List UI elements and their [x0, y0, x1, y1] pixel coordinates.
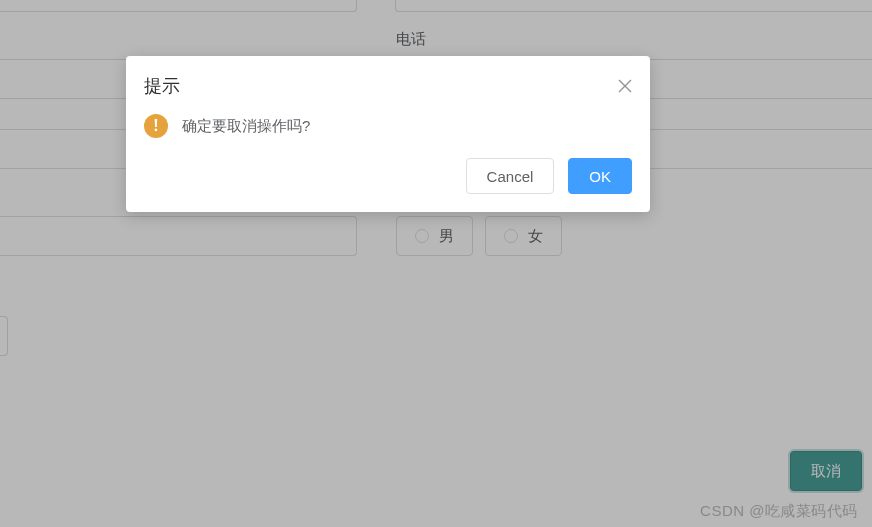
dialog-message: 确定要取消操作吗?: [182, 117, 310, 136]
dialog-cancel-button[interactable]: Cancel: [466, 158, 555, 194]
dialog-title: 提示: [144, 74, 180, 98]
close-icon[interactable]: [616, 77, 634, 95]
warning-icon: !: [144, 114, 168, 138]
dialog-ok-button[interactable]: OK: [568, 158, 632, 194]
watermark-text: CSDN @吃咸菜码代码: [700, 502, 858, 521]
confirm-dialog: 提示 ! 确定要取消操作吗? Cancel OK: [126, 56, 650, 212]
